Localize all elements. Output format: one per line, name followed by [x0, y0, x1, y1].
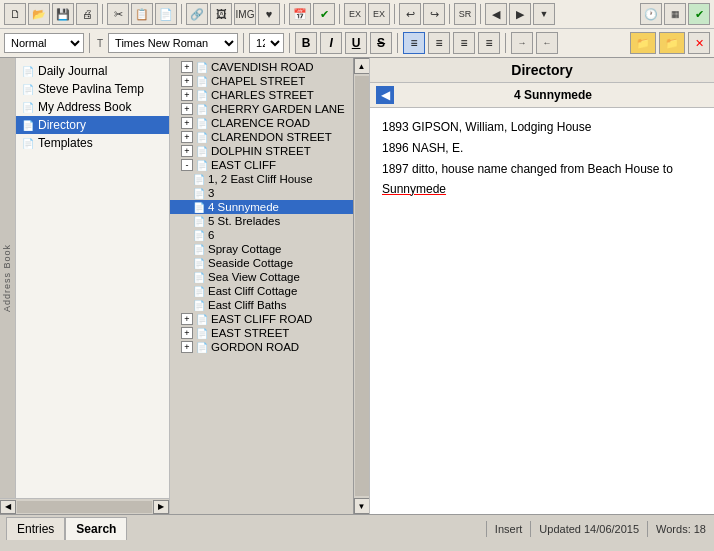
- tree-item-seaside[interactable]: 📄 Seaside Cottage: [170, 256, 353, 270]
- sidebar-item-daily-journal[interactable]: 📄 Daily Journal: [16, 62, 169, 80]
- expander-cherry[interactable]: +: [181, 103, 193, 115]
- align-right-button[interactable]: ≡: [453, 32, 475, 54]
- sidebar-item-templates[interactable]: 📄 Templates: [16, 134, 169, 152]
- cut-button[interactable]: ✂: [107, 3, 129, 25]
- open-button[interactable]: 📂: [28, 3, 50, 25]
- tree-item-sea-view[interactable]: 📄 Sea View Cottage: [170, 270, 353, 284]
- tree-item-east-cliff-baths[interactable]: 📄 East Cliff Baths: [170, 298, 353, 312]
- tree-item-ec-4[interactable]: 📄 4 Sunnymede: [170, 200, 353, 214]
- sep6: [449, 4, 450, 24]
- tree-scroll-up[interactable]: ▲: [354, 58, 370, 74]
- tree-item-spray[interactable]: 📄 Spray Cottage: [170, 242, 353, 256]
- tree-item-ec-6[interactable]: 📄 6: [170, 228, 353, 242]
- grid-button[interactable]: ▦: [664, 3, 686, 25]
- doc-icon: 📄: [196, 314, 208, 325]
- tree-label: Seaside Cottage: [208, 257, 293, 269]
- expander-gordon-road[interactable]: +: [181, 341, 193, 353]
- tree-item-cavendish[interactable]: + 📄 CAVENDISH ROAD: [170, 60, 353, 74]
- export2-button[interactable]: EX: [368, 3, 390, 25]
- hscroll-left[interactable]: ◀: [0, 500, 16, 514]
- tree-scroll[interactable]: + 📄 CAVENDISH ROAD + 📄 CHAPEL STREET + 📄: [170, 58, 353, 514]
- expander-chapel[interactable]: +: [181, 75, 193, 87]
- expander-charles[interactable]: +: [181, 89, 193, 101]
- new-button[interactable]: 🗋: [4, 3, 26, 25]
- doc-icon: 📄: [193, 216, 205, 227]
- clock-button[interactable]: 🕐: [640, 3, 662, 25]
- doc-icon: 📄: [193, 300, 205, 311]
- export1-button[interactable]: EX: [344, 3, 366, 25]
- tree-item-clarendon[interactable]: + 📄 CLARENDON STREET: [170, 130, 353, 144]
- expander-clarence-road[interactable]: +: [181, 117, 193, 129]
- undo-button[interactable]: ↩: [399, 3, 421, 25]
- folder2-button[interactable]: 📁: [659, 32, 685, 54]
- dropdown-button[interactable]: ▼: [533, 3, 555, 25]
- sidebar-item-directory[interactable]: 📄 Directory: [16, 116, 169, 134]
- delete-button[interactable]: ✕: [688, 32, 710, 54]
- search-replace-button[interactable]: SR: [454, 3, 476, 25]
- tree-label: Spray Cottage: [208, 243, 282, 255]
- tree-scroll-thumb[interactable]: [355, 76, 369, 496]
- font-select[interactable]: Times New Roman: [108, 33, 238, 53]
- link-button[interactable]: 🔗: [186, 3, 208, 25]
- bold-button[interactable]: B: [295, 32, 317, 54]
- outdent-button[interactable]: ←: [536, 32, 558, 54]
- tree-item-east-street[interactable]: + 📄 EAST STREET: [170, 326, 353, 340]
- tree-item-east-cliff-road[interactable]: + 📄 EAST CLIFF ROAD: [170, 312, 353, 326]
- print-button[interactable]: 🖨: [76, 3, 98, 25]
- align-left-button[interactable]: ≡: [403, 32, 425, 54]
- status-insert: Insert: [487, 523, 531, 535]
- photo-button[interactable]: IMG: [234, 3, 256, 25]
- expander-cavendish[interactable]: +: [181, 61, 193, 73]
- nav-back-button[interactable]: ◀: [376, 86, 394, 104]
- align-center-button[interactable]: ≡: [428, 32, 450, 54]
- underline-button[interactable]: U: [345, 32, 367, 54]
- hscroll-track[interactable]: [17, 501, 152, 513]
- sep9: [243, 33, 244, 53]
- size-select[interactable]: 12: [249, 33, 284, 53]
- calendar-button[interactable]: 📅: [289, 3, 311, 25]
- redo-button[interactable]: ↪: [423, 3, 445, 25]
- strikethrough-button[interactable]: S: [370, 32, 392, 54]
- tab-search[interactable]: Search: [65, 517, 127, 540]
- tree-item-ec-3[interactable]: 📄 3: [170, 186, 353, 200]
- image-button[interactable]: 🖼: [210, 3, 232, 25]
- tree-item-charles[interactable]: + 📄 CHARLES STREET: [170, 88, 353, 102]
- check-button[interactable]: ✔: [313, 3, 335, 25]
- hscroll-right[interactable]: ▶: [153, 500, 169, 514]
- tree-item-gordon-road[interactable]: + 📄 GORDON ROAD: [170, 340, 353, 354]
- forward-button[interactable]: ▶: [509, 3, 531, 25]
- sep5: [394, 4, 395, 24]
- tree-label: East Cliff Baths: [208, 299, 286, 311]
- sidebar-item-steve[interactable]: 📄 Steve Pavlina Temp: [16, 80, 169, 98]
- tree-item-cherry[interactable]: + 📄 CHERRY GARDEN LANE: [170, 102, 353, 116]
- indent-button[interactable]: →: [511, 32, 533, 54]
- tree-item-east-cliff-cottage[interactable]: 📄 East Cliff Cottage: [170, 284, 353, 298]
- save-button[interactable]: 💾: [52, 3, 74, 25]
- heart-button[interactable]: ♥: [258, 3, 280, 25]
- tree-scroll-down[interactable]: ▼: [354, 498, 370, 514]
- tree-item-ec-5[interactable]: 📄 5 St. Brelades: [170, 214, 353, 228]
- tree-item-ec-1-2[interactable]: 📄 1, 2 East Cliff House: [170, 172, 353, 186]
- sidebar-item-address-book[interactable]: 📄 My Address Book: [16, 98, 169, 116]
- tree-item-clarence-road[interactable]: + 📄 CLARENCE ROAD: [170, 116, 353, 130]
- paste-button[interactable]: 📄: [155, 3, 177, 25]
- tree-label: 5 St. Brelades: [208, 215, 280, 227]
- tree-label: CHAPEL STREET: [211, 75, 305, 87]
- expander-east-street[interactable]: +: [181, 327, 193, 339]
- tree-item-east-cliff[interactable]: - 📄 EAST CLIFF: [170, 158, 353, 172]
- green-check-button[interactable]: ✔: [688, 3, 710, 25]
- tab-entries[interactable]: Entries: [6, 517, 65, 540]
- expander-dolphin[interactable]: +: [181, 145, 193, 157]
- tree-item-dolphin[interactable]: + 📄 DOLPHIN STREET: [170, 144, 353, 158]
- style-select[interactable]: Normal: [4, 33, 84, 53]
- folder1-button[interactable]: 📁: [630, 32, 656, 54]
- expander-east-cliff-road[interactable]: +: [181, 313, 193, 325]
- expander-east-cliff[interactable]: -: [181, 159, 193, 171]
- tree-scrollbar: ▲ ▼: [353, 58, 369, 514]
- justify-button[interactable]: ≡: [478, 32, 500, 54]
- tree-item-chapel[interactable]: + 📄 CHAPEL STREET: [170, 74, 353, 88]
- italic-button[interactable]: I: [320, 32, 342, 54]
- back-button[interactable]: ◀: [485, 3, 507, 25]
- expander-clarendon[interactable]: +: [181, 131, 193, 143]
- copy-button[interactable]: 📋: [131, 3, 153, 25]
